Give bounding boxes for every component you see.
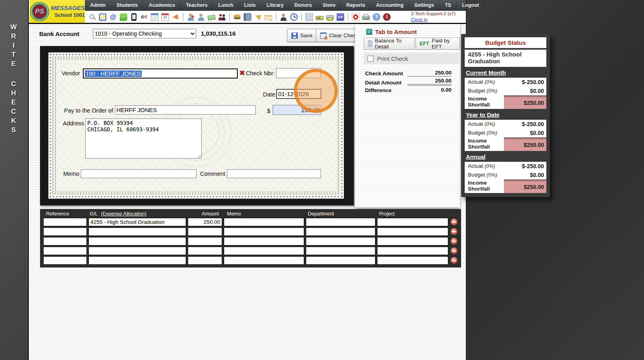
remove-row-button[interactable]	[451, 238, 457, 245]
speaker-icon[interactable]	[140, 13, 148, 21]
megaphone-icon[interactable]	[172, 13, 179, 21]
grid-cell-dept[interactable]	[306, 256, 375, 265]
menu-item-teachers[interactable]: Teachers	[181, 0, 213, 11]
family-icon[interactable]	[218, 13, 226, 21]
grid-cell-ref[interactable]	[43, 227, 87, 236]
check-amount-input[interactable]	[273, 105, 321, 115]
remove-row-button[interactable]	[451, 219, 457, 225]
lunch-icon[interactable]	[233, 13, 241, 21]
grid-cell-dept[interactable]	[306, 227, 375, 236]
ap-icon[interactable]: A/P	[337, 13, 344, 21]
calendar-date-icon[interactable]: 17	[161, 13, 169, 21]
toolbar-separator	[183, 13, 183, 21]
horn-icon[interactable]	[254, 13, 262, 21]
save-button[interactable]: Save	[287, 29, 317, 42]
grid-cell-proj[interactable]	[377, 247, 448, 255]
bank-account-select[interactable]: 1010 - Operating Checking	[93, 29, 196, 38]
remove-row-button[interactable]	[451, 228, 457, 235]
person-icon[interactable]	[197, 13, 205, 21]
book-icon[interactable]	[244, 13, 251, 21]
help-icon[interactable]	[373, 13, 380, 21]
budget-section-box: Actual(0%)$-250.00Budget(0%)$0.00Income …	[465, 78, 546, 109]
tab-to-amount-checkbox[interactable]	[366, 29, 372, 35]
grid-cell-memo[interactable]	[224, 247, 304, 255]
calendar-icon[interactable]	[151, 13, 158, 21]
grid-cell-ref[interactable]	[43, 256, 87, 265]
pdf-icon[interactable]	[352, 13, 359, 21]
menu-item-settings[interactable]: Settings	[409, 0, 439, 11]
grid-cell-gl[interactable]	[88, 237, 186, 245]
vendor-input[interactable]: 190 - HERFF JONES	[83, 68, 238, 78]
alert-icon[interactable]	[383, 13, 391, 21]
remove-row-button[interactable]	[451, 247, 457, 254]
grid-cell-dept[interactable]	[306, 247, 375, 255]
grid-cell-ref[interactable]	[43, 237, 87, 245]
staff-icon[interactable]	[280, 13, 287, 21]
menu-item-reports[interactable]: Reports	[341, 0, 371, 11]
grid-cell-proj[interactable]	[377, 218, 448, 226]
remove-row-button[interactable]	[451, 257, 457, 264]
clock-icon[interactable]	[290, 13, 298, 21]
grid-cell-gl[interactable]	[88, 256, 186, 265]
grid-cell-dept[interactable]	[306, 218, 375, 226]
brand-school: School 1001	[51, 12, 85, 18]
menu-item-lists[interactable]: Lists	[239, 0, 261, 11]
grid-cell-gl[interactable]	[88, 247, 186, 255]
print-check-icon[interactable]	[326, 15, 334, 20]
check-card-icon[interactable]	[316, 16, 323, 20]
grid-cell-amt[interactable]	[188, 256, 222, 265]
budget-row: Income Shortfall$250.00	[465, 179, 546, 193]
menu-item-lunch[interactable]: Lunch	[213, 0, 239, 11]
clock-in-link[interactable]: Clock In	[411, 17, 455, 23]
check: Vendor 190 - HERFF JONES ✖ Check Nbr: Da…	[48, 52, 344, 199]
grid-cell-ref[interactable]	[43, 218, 87, 226]
grid-cell-memo[interactable]	[224, 237, 304, 245]
email-icon[interactable]	[109, 13, 117, 21]
grid-cell-gl[interactable]	[88, 227, 186, 236]
person-add-icon[interactable]	[187, 13, 195, 21]
printer-icon[interactable]	[362, 16, 370, 20]
grid-cell-amt[interactable]	[188, 227, 222, 236]
grid-cell-amt[interactable]	[188, 247, 222, 255]
menu-item-accounting[interactable]: Accounting	[371, 0, 409, 11]
print-check-checkbox[interactable]	[367, 56, 373, 62]
date-input[interactable]	[276, 89, 321, 99]
search-icon[interactable]	[88, 13, 96, 21]
grid-cell-memo[interactable]	[224, 227, 304, 236]
mobile-icon[interactable]	[131, 13, 136, 21]
menu-item-donors[interactable]: Donors	[289, 0, 317, 11]
grid-cell-memo[interactable]	[224, 218, 304, 226]
memo-input[interactable]	[81, 169, 197, 178]
grid-icon[interactable]	[99, 13, 106, 21]
header-memo: Memo	[227, 211, 241, 217]
paid-by-eft-button[interactable]: EFT Paid by EFT	[415, 38, 460, 50]
menu-item-library[interactable]: Library	[261, 0, 289, 11]
money-icon[interactable]	[207, 14, 215, 20]
grid-cell-amt[interactable]: 250.00	[188, 218, 222, 226]
mail-forward-icon[interactable]	[265, 15, 272, 20]
menu-item-logout[interactable]: Logout	[457, 0, 484, 11]
grid-cell-amt[interactable]	[188, 237, 222, 245]
grid-cell-proj[interactable]	[377, 256, 448, 265]
address-textarea[interactable]: P.O. BOX 99394 CHICAGO, IL 60693-9394	[85, 119, 202, 159]
payee-input[interactable]	[115, 105, 256, 115]
grid-cell-proj[interactable]	[377, 227, 448, 236]
grid-cell-memo[interactable]	[224, 256, 304, 265]
chat-icon[interactable]	[120, 13, 127, 21]
clear-vendor-icon[interactable]: ✖	[239, 69, 245, 77]
expense-allocation-link[interactable]: (Expense Allocation)	[101, 211, 146, 217]
menu-item-academics[interactable]: Academics	[143, 0, 181, 11]
comment-input[interactable]	[227, 169, 321, 178]
menu-item-store[interactable]: Store	[317, 0, 341, 11]
table-icon[interactable]	[305, 13, 313, 21]
menu-item-students[interactable]: Students	[111, 0, 143, 11]
menu-item-admin[interactable]: Admin	[85, 0, 111, 11]
grid-cell-dept[interactable]	[306, 237, 375, 245]
grid-cell-proj[interactable]	[377, 237, 448, 245]
budget-row: Actual(0%)$-250.00	[465, 78, 546, 86]
grid-cell-ref[interactable]	[43, 247, 87, 255]
menu-item-ts[interactable]: TS	[439, 0, 457, 11]
balance-to-detail-button[interactable]: Balance To Detail	[364, 38, 415, 50]
grid-cell-gl[interactable]: 4255 - High School Graduation	[88, 218, 186, 226]
check-nbr-input[interactable]	[276, 68, 321, 78]
